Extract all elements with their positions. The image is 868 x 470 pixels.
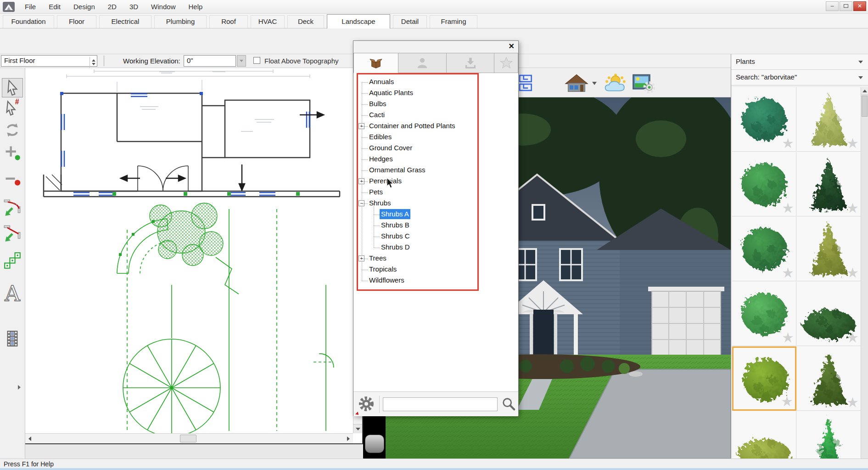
tree-item-ground-cover[interactable]: Ground Cover [353, 143, 518, 154]
menu-design[interactable]: Design [67, 1, 101, 12]
dialog-tab-star[interactable] [494, 53, 518, 73]
tab-deck[interactable]: Deck [287, 15, 324, 28]
scrollbar-thumb[interactable] [180, 435, 196, 442]
plant-tile-9[interactable]: ★ [732, 346, 796, 411]
plant-tile-2[interactable]: ★ [797, 87, 861, 152]
plan-horizontal-scrollbar[interactable] [25, 433, 353, 443]
favorite-star-icon[interactable]: ★ [781, 393, 793, 409]
panel-scrollbar[interactable] [861, 87, 868, 459]
select-tool[interactable] [2, 78, 23, 97]
tree-item-aquatic-plants[interactable]: Aquatic Plants [353, 88, 518, 99]
tab-foundation[interactable]: Foundation [3, 15, 54, 28]
working-elevation-dropdown[interactable] [237, 55, 246, 67]
curve-arrow-tool[interactable] [2, 198, 23, 218]
plant-tile-5[interactable]: ★ [732, 217, 796, 281]
tree-item-shrubs-b[interactable]: Shrubs B [353, 220, 518, 231]
tab-detail[interactable]: Detail [393, 15, 427, 28]
tab-framing[interactable]: Framing [430, 15, 477, 28]
favorite-star-icon[interactable]: ★ [846, 135, 859, 151]
tree-item-trees[interactable]: +Trees [353, 253, 518, 264]
tab-plumbing[interactable]: Plumbing [154, 15, 207, 28]
panel-title-dropdown[interactable]: Plants [731, 54, 868, 70]
tree-item-pets[interactable]: Pets [353, 187, 518, 198]
menu-edit[interactable]: Edit [42, 1, 67, 12]
divider-grip[interactable] [365, 435, 384, 453]
tree-item-shrubs-d[interactable]: Shrubs D [353, 242, 518, 253]
floor-spinner[interactable] [90, 57, 97, 68]
add-point-tool[interactable] [2, 143, 23, 163]
tree-item-annuals[interactable]: Annuals [353, 77, 518, 88]
dialog-tab-download[interactable] [447, 53, 494, 73]
dropdown-caret-button[interactable] [591, 73, 598, 94]
plan-view-window[interactable] [25, 68, 363, 444]
tree-item-tropicals[interactable]: Tropicals [353, 264, 518, 275]
tree-item-ornamental-grass[interactable]: Ornamental Grass [353, 165, 518, 176]
close-icon[interactable]: ✕ [509, 42, 515, 51]
scroll-up-arrow[interactable] [861, 87, 868, 95]
tree-item-wildflowers[interactable]: Wildflowers [353, 275, 518, 286]
tree-item-container-and-potted-plants[interactable]: +Container and Potted Plants [353, 121, 518, 132]
picture-settings-button[interactable] [632, 73, 655, 94]
line-arrow-tool[interactable] [2, 224, 23, 243]
dialog-tab-box[interactable] [353, 53, 398, 73]
sun-cloud-button[interactable] [604, 73, 627, 94]
plant-tile-3[interactable]: ★ [732, 152, 796, 216]
favorite-star-icon[interactable]: ★ [846, 394, 859, 410]
minimize-button[interactable]: ‒ [826, 1, 839, 11]
plant-tile-8[interactable]: ★ [797, 282, 861, 346]
select-number-tool[interactable]: # [2, 97, 23, 117]
text-tool[interactable]: A [2, 279, 23, 309]
scroll-left-arrow[interactable] [28, 436, 31, 441]
tree-item-perennials[interactable]: +Perennials [353, 176, 518, 187]
tree-item-edibles[interactable]: Edibles [353, 132, 518, 143]
plant-tile-12[interactable]: ★ [797, 411, 861, 459]
plan-views-button[interactable] [518, 73, 534, 94]
plan-canvas[interactable] [25, 68, 353, 435]
menu-2d[interactable]: 2D [101, 1, 123, 12]
favorite-star-icon[interactable]: ★ [782, 135, 794, 151]
search-icon[interactable] [501, 397, 516, 412]
tree-item-hedges[interactable]: Hedges [353, 154, 518, 165]
menu-file[interactable]: File [18, 1, 42, 12]
tab-floor[interactable]: Floor [57, 15, 96, 28]
gear-icon[interactable] [357, 395, 375, 413]
maximize-button[interactable] [840, 1, 852, 11]
favorite-star-icon[interactable]: ★ [846, 265, 859, 281]
plant-tile-1[interactable]: ★ [732, 87, 796, 152]
rotate-tool[interactable] [2, 120, 23, 140]
favorite-star-icon[interactable]: ★ [782, 265, 794, 281]
favorite-star-icon[interactable]: ★ [846, 200, 859, 216]
tree-item-shrubs[interactable]: −Shrubs [353, 198, 518, 209]
tree-item-bulbs[interactable]: Bulbs [353, 99, 518, 110]
tab-landscape[interactable]: Landscape [327, 14, 390, 28]
plant-tile-6[interactable]: ★ [797, 217, 861, 281]
panel-search-dropdown[interactable]: Search: "arborvitae" [731, 70, 868, 85]
scroll-down-arrow[interactable] [353, 424, 362, 433]
tab-roof[interactable]: Roof [209, 15, 248, 28]
favorite-star-icon[interactable]: ★ [846, 329, 859, 345]
dialog-titlebar[interactable]: ✕ [353, 41, 518, 53]
menu-3d[interactable]: 3D [123, 1, 145, 12]
tree-item-shrubs-c[interactable]: Shrubs C [353, 231, 518, 242]
favorite-star-icon[interactable]: ★ [782, 329, 794, 345]
favorite-star-icon[interactable]: ★ [782, 200, 794, 216]
remove-point-tool[interactable] [2, 170, 23, 189]
scroll-right-arrow[interactable] [347, 436, 350, 441]
scrollbar-thumb[interactable] [862, 96, 868, 117]
walkthrough-tool[interactable] [2, 329, 23, 348]
menu-window[interactable]: Window [145, 1, 182, 12]
tree-item-shrubs-a[interactable]: Shrubs A [353, 209, 518, 220]
library-search-input[interactable] [383, 397, 498, 411]
sprinkler-line-tool[interactable] [2, 251, 23, 270]
tab-electrical[interactable]: Electrical [99, 15, 151, 28]
floor-selector[interactable]: First Floor [1, 55, 97, 67]
plant-tile-4[interactable]: ★ [797, 152, 861, 216]
float-above-topography-checkbox[interactable] [253, 57, 260, 64]
plant-tile-7[interactable]: ★ [732, 282, 796, 346]
flyout-arrow-icon[interactable] [18, 385, 21, 390]
tree-item-cacti[interactable]: Cacti [353, 110, 518, 121]
dialog-tab-person[interactable] [398, 53, 446, 73]
plant-tile-10[interactable]: ★ [797, 346, 861, 411]
working-elevation-input[interactable]: 0" [184, 55, 236, 67]
tab-hvac[interactable]: HVAC [251, 15, 285, 28]
